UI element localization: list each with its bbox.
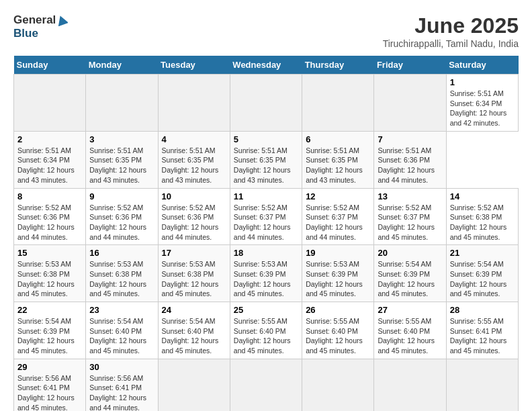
day-info: Sunrise: 5:55 AM Sunset: 6:40 PM Dayligh… [234,316,298,356]
day-number: 6 [306,134,370,144]
day-info: Sunrise: 5:52 AM Sunset: 6:37 PM Dayligh… [234,203,298,242]
day-info: Sunrise: 5:55 AM Sunset: 6:40 PM Dayligh… [378,316,442,356]
table-row [302,359,374,411]
table-row: 20Sunrise: 5:54 AM Sunset: 6:39 PM Dayli… [374,245,446,302]
day-info: Sunrise: 5:56 AM Sunset: 6:41 PM Dayligh… [17,373,82,411]
col-sunday: Sunday [14,56,86,75]
table-row [374,359,446,411]
day-info: Sunrise: 5:51 AM Sunset: 6:35 PM Dayligh… [234,146,298,185]
table-row: 23Sunrise: 5:54 AM Sunset: 6:40 PM Dayli… [86,302,158,359]
table-row: 17Sunrise: 5:53 AM Sunset: 6:38 PM Dayli… [158,245,230,302]
table-row: 13Sunrise: 5:52 AM Sunset: 6:37 PM Dayli… [374,188,446,245]
table-row: 19Sunrise: 5:53 AM Sunset: 6:39 PM Dayli… [302,245,374,302]
table-row [302,75,374,132]
day-info: Sunrise: 5:52 AM Sunset: 6:36 PM Dayligh… [162,203,226,242]
location: Tiruchirappalli, Tamil Nadu, India [383,38,519,49]
day-number: 4 [162,134,226,144]
day-info: Sunrise: 5:52 AM Sunset: 6:36 PM Dayligh… [17,203,82,242]
table-row: 18Sunrise: 5:53 AM Sunset: 6:39 PM Dayli… [230,245,302,302]
table-row: 10Sunrise: 5:52 AM Sunset: 6:36 PM Dayli… [158,188,230,245]
day-number: 10 [162,191,226,201]
table-row [446,359,518,411]
calendar-table: Sunday Monday Tuesday Wednesday Thursday… [13,56,519,411]
day-number: 19 [306,248,370,258]
day-number: 11 [234,191,298,201]
table-row: 6Sunrise: 5:51 AM Sunset: 6:35 PM Daylig… [302,131,374,188]
day-number: 17 [162,248,226,258]
table-row: 4Sunrise: 5:51 AM Sunset: 6:35 PM Daylig… [158,131,230,188]
day-info: Sunrise: 5:51 AM Sunset: 6:35 PM Dayligh… [89,146,154,185]
day-number: 9 [89,191,154,201]
table-row [14,75,86,132]
table-row: 15Sunrise: 5:53 AM Sunset: 6:38 PM Dayli… [14,245,86,302]
col-tuesday: Tuesday [158,56,230,75]
day-info: Sunrise: 5:52 AM Sunset: 6:38 PM Dayligh… [450,203,515,242]
col-saturday: Saturday [446,56,518,75]
calendar-row-5: 22Sunrise: 5:54 AM Sunset: 6:39 PM Dayli… [14,302,519,359]
table-row: 3Sunrise: 5:51 AM Sunset: 6:35 PM Daylig… [86,131,158,188]
logo-blue: Blue [13,27,38,40]
day-number: 14 [450,191,515,201]
table-row: 16Sunrise: 5:53 AM Sunset: 6:38 PM Dayli… [86,245,158,302]
day-info: Sunrise: 5:51 AM Sunset: 6:35 PM Dayligh… [306,146,370,185]
table-row: 27Sunrise: 5:55 AM Sunset: 6:40 PM Dayli… [374,302,446,359]
day-info: Sunrise: 5:53 AM Sunset: 6:39 PM Dayligh… [234,259,298,299]
col-thursday: Thursday [302,56,374,75]
table-row: 29Sunrise: 5:56 AM Sunset: 6:41 PM Dayli… [14,359,86,411]
day-number: 13 [378,191,442,201]
day-number: 8 [17,191,82,201]
day-info: Sunrise: 5:55 AM Sunset: 6:41 PM Dayligh… [450,316,515,356]
day-number: 16 [89,248,154,258]
calendar-row-2: 2Sunrise: 5:51 AM Sunset: 6:34 PM Daylig… [14,131,519,188]
day-info: Sunrise: 5:53 AM Sunset: 6:38 PM Dayligh… [17,259,82,299]
day-number: 5 [234,134,298,144]
day-number: 23 [89,305,154,315]
day-info: Sunrise: 5:53 AM Sunset: 6:38 PM Dayligh… [162,259,226,299]
table-row: 1Sunrise: 5:51 AM Sunset: 6:34 PM Daylig… [446,75,518,132]
logo-general: General [13,13,56,27]
calendar-row-3: 8Sunrise: 5:52 AM Sunset: 6:36 PM Daylig… [14,188,519,245]
calendar-row-1: 1Sunrise: 5:51 AM Sunset: 6:34 PM Daylig… [14,75,519,132]
day-info: Sunrise: 5:53 AM Sunset: 6:38 PM Dayligh… [89,259,154,299]
day-info: Sunrise: 5:52 AM Sunset: 6:37 PM Dayligh… [306,203,370,242]
table-row: 25Sunrise: 5:55 AM Sunset: 6:40 PM Dayli… [230,302,302,359]
day-number: 30 [89,362,154,372]
day-info: Sunrise: 5:53 AM Sunset: 6:39 PM Dayligh… [306,259,370,299]
table-row: 28Sunrise: 5:55 AM Sunset: 6:41 PM Dayli… [446,302,518,359]
table-row: 5Sunrise: 5:51 AM Sunset: 6:35 PM Daylig… [230,131,302,188]
table-row: 24Sunrise: 5:54 AM Sunset: 6:40 PM Dayli… [158,302,230,359]
month-title: June 2025 [383,13,519,38]
day-info: Sunrise: 5:55 AM Sunset: 6:40 PM Dayligh… [306,316,370,356]
col-wednesday: Wednesday [230,56,302,75]
day-number: 1 [450,77,515,87]
day-number: 29 [17,362,82,372]
logo: General Blue [13,13,68,40]
header-row: Sunday Monday Tuesday Wednesday Thursday… [14,56,519,75]
day-number: 12 [306,191,370,201]
table-row [230,359,302,411]
day-info: Sunrise: 5:52 AM Sunset: 6:37 PM Dayligh… [378,203,442,242]
table-row: 2Sunrise: 5:51 AM Sunset: 6:34 PM Daylig… [14,131,86,188]
table-row [158,75,230,132]
day-info: Sunrise: 5:52 AM Sunset: 6:36 PM Dayligh… [89,203,154,242]
table-row: 22Sunrise: 5:54 AM Sunset: 6:39 PM Dayli… [14,302,86,359]
day-number: 22 [17,305,82,315]
table-row: 7Sunrise: 5:51 AM Sunset: 6:36 PM Daylig… [374,131,446,188]
day-info: Sunrise: 5:54 AM Sunset: 6:39 PM Dayligh… [378,259,442,299]
col-friday: Friday [374,56,446,75]
day-number: 27 [378,305,442,315]
day-info: Sunrise: 5:56 AM Sunset: 6:41 PM Dayligh… [89,373,154,411]
day-info: Sunrise: 5:51 AM Sunset: 6:36 PM Dayligh… [378,146,442,185]
day-number: 20 [378,248,442,258]
day-number: 2 [17,134,82,144]
day-info: Sunrise: 5:54 AM Sunset: 6:39 PM Dayligh… [17,316,82,356]
day-number: 3 [89,134,154,144]
col-monday: Monday [86,56,158,75]
day-info: Sunrise: 5:54 AM Sunset: 6:40 PM Dayligh… [89,316,154,356]
day-number: 21 [450,248,515,258]
table-row [158,359,230,411]
calendar-row-6: 29Sunrise: 5:56 AM Sunset: 6:41 PM Dayli… [14,359,519,411]
svg-marker-0 [56,14,68,26]
table-row [230,75,302,132]
day-number: 15 [17,248,82,258]
